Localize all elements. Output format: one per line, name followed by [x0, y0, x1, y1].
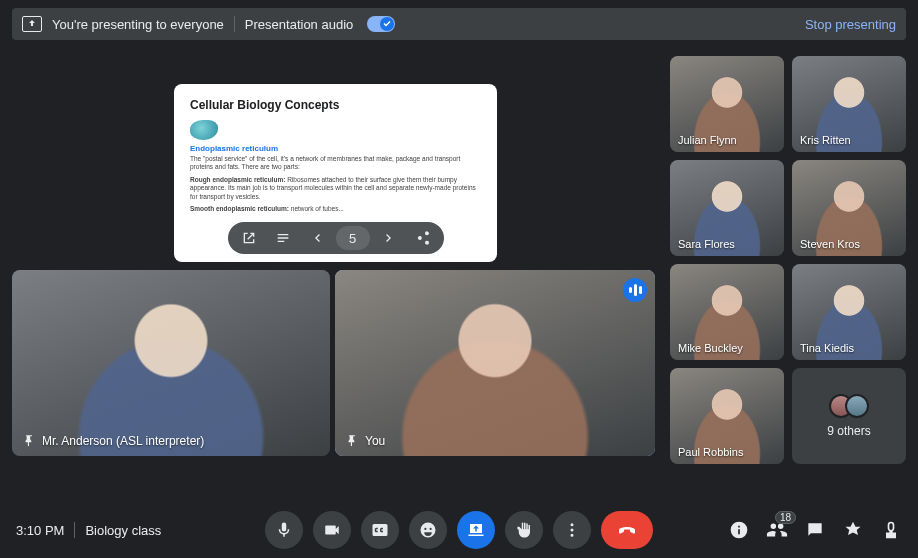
video-placeholder — [335, 270, 655, 456]
raise-hand-button[interactable] — [505, 511, 543, 549]
participant-label: Mr. Anderson (ASL interpreter) — [22, 434, 204, 448]
others-tile[interactable]: 9 others — [792, 368, 906, 464]
meeting-details-button[interactable] — [728, 519, 750, 541]
banner-separator — [234, 16, 235, 32]
participant-tile[interactable]: Mike Buckley — [670, 264, 784, 360]
share-icon[interactable] — [408, 223, 438, 253]
participant-tile[interactable]: Sara Flores — [670, 160, 784, 256]
presentation-audio-toggle[interactable] — [367, 16, 395, 32]
bottom-bar: 3:10 PM Biology class 18 — [0, 502, 918, 558]
presentation-banner: You're presenting to everyone Presentati… — [12, 8, 906, 40]
end-call-button[interactable] — [601, 511, 653, 549]
notes-icon[interactable] — [268, 223, 298, 253]
prev-slide-button[interactable] — [302, 223, 332, 253]
bottom-separator — [74, 522, 75, 538]
more-options-button[interactable] — [553, 511, 591, 549]
activities-button[interactable] — [842, 519, 864, 541]
presenting-text: You're presenting to everyone — [52, 17, 224, 32]
next-slide-button[interactable] — [374, 223, 404, 253]
presentation-p1: The "postal service" of the cell, it's a… — [190, 155, 481, 172]
presentation-title: Cellular Biology Concepts — [190, 98, 481, 112]
microphone-button[interactable] — [265, 511, 303, 549]
speaking-indicator-icon — [623, 278, 647, 302]
video-stage: Cellular Biology Concepts Endoplasmic re… — [12, 48, 906, 498]
presentation-document: Cellular Biology Concepts Endoplasmic re… — [174, 84, 497, 228]
cell-illustration — [190, 120, 218, 140]
right-controls: 18 — [728, 519, 902, 541]
video-placeholder — [12, 270, 330, 456]
present-screen-icon — [22, 16, 42, 32]
presentation-p2: Rough endoplasmic reticulum: Ribosomes a… — [190, 176, 481, 201]
participant-tile[interactable]: Steven Kros — [792, 160, 906, 256]
participant-count-badge: 18 — [775, 511, 796, 524]
presentation-audio-label: Presentation audio — [245, 17, 353, 32]
clock: 3:10 PM — [16, 523, 64, 538]
reactions-button[interactable] — [409, 511, 447, 549]
participant-tile-anderson[interactable]: Mr. Anderson (ASL interpreter) — [12, 270, 330, 456]
others-count: 9 others — [827, 424, 870, 438]
presentation-p3: Smooth endoplasmic reticulum: network of… — [190, 205, 481, 213]
presentation-toolbar: 5 — [228, 222, 444, 254]
pin-icon — [345, 434, 359, 448]
slide-number: 5 — [336, 226, 370, 250]
participant-tile-you[interactable]: You — [335, 270, 655, 456]
participant-label: You — [345, 434, 385, 448]
chat-button[interactable] — [804, 519, 826, 541]
presentation-subhead: Endoplasmic reticulum — [190, 144, 481, 153]
host-controls-button[interactable] — [880, 519, 902, 541]
pin-icon — [22, 434, 36, 448]
call-controls — [265, 511, 653, 549]
participant-tile[interactable]: Tina Kiedis — [792, 264, 906, 360]
participants-button[interactable]: 18 — [766, 519, 788, 541]
pop-out-icon[interactable] — [234, 223, 264, 253]
others-avatars — [829, 394, 869, 418]
participant-grid: Julian Flynn Kris Ritten Sara Flores Ste… — [670, 56, 906, 464]
participant-tile[interactable]: Kris Ritten — [792, 56, 906, 152]
participant-tile[interactable]: Julian Flynn — [670, 56, 784, 152]
present-button[interactable] — [457, 511, 495, 549]
avatar — [845, 394, 869, 418]
presentation-tile: Cellular Biology Concepts Endoplasmic re… — [174, 84, 497, 262]
participant-tile[interactable]: Paul Robbins — [670, 368, 784, 464]
meeting-name: Biology class — [85, 523, 161, 538]
captions-button[interactable] — [361, 511, 399, 549]
camera-button[interactable] — [313, 511, 351, 549]
stop-presenting-link[interactable]: Stop presenting — [805, 17, 896, 32]
